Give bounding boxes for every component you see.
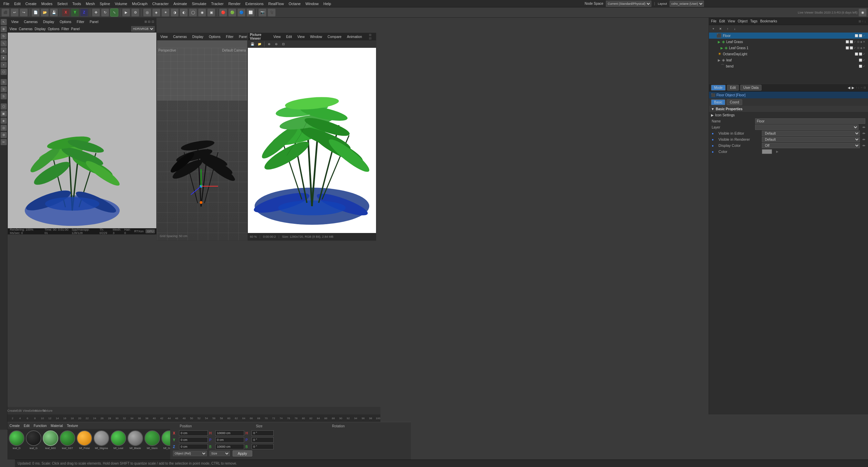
size-y-input[interactable] xyxy=(215,437,244,443)
menu-help[interactable]: Help xyxy=(321,1,333,6)
mat-texture[interactable]: Texture xyxy=(67,424,78,428)
tb-3[interactable]: ☀ xyxy=(161,8,170,17)
menu-render[interactable]: Render xyxy=(226,1,242,6)
mat-mf-leaf[interactable]: Mf_Leaf xyxy=(111,430,126,450)
axis-x-btn[interactable]: X xyxy=(62,8,70,17)
om-new[interactable]: + xyxy=(710,26,716,32)
tool-group1[interactable]: ▲ xyxy=(1,47,7,54)
camera-1[interactable]: 📷 xyxy=(258,8,267,17)
vc-cameras[interactable]: Cameras xyxy=(172,34,189,39)
axis-y-btn[interactable]: Y xyxy=(71,8,79,17)
pp-vis-editor-dropdown[interactable]: Default xyxy=(762,131,860,136)
tool-s2[interactable]: S xyxy=(1,86,7,92)
tool-s3[interactable]: S xyxy=(1,93,7,99)
tool-b3[interactable]: ◈ xyxy=(1,118,7,124)
mat-leaf-sst[interactable]: leaf_SST xyxy=(60,430,75,450)
pos-y-input[interactable] xyxy=(179,437,208,443)
vp-left-view-btn[interactable]: View xyxy=(9,27,17,31)
mat-leaf-g[interactable]: leaf_G xyxy=(26,430,41,450)
obj-octane-light[interactable]: ☀ OctaneDayLight ⬜ ⬜ ✓ xyxy=(709,51,868,57)
pp-coord-tab[interactable]: Coord xyxy=(727,99,742,105)
pv-view[interactable]: View xyxy=(272,34,282,39)
user-layout-dropdown[interactable]: csho_octane (User) xyxy=(670,1,704,7)
vp-left-display-btn[interactable]: Display xyxy=(35,27,46,31)
menu-character[interactable]: Character xyxy=(150,1,171,6)
om-up[interactable]: ↑ xyxy=(725,26,731,32)
pp-mode-tab[interactable]: Mode xyxy=(711,85,726,91)
coord-system-dropdown[interactable]: Object (Rel) xyxy=(173,451,207,456)
om-file-btn[interactable]: File xyxy=(711,19,716,23)
pp-name-input[interactable] xyxy=(755,118,865,124)
tb-8[interactable]: ▣ xyxy=(207,8,215,17)
om-object-btn[interactable]: Object xyxy=(738,19,748,23)
tool-group3[interactable]: ▪ xyxy=(1,62,7,68)
menu-window[interactable]: Window xyxy=(303,1,321,6)
vp-left-options-btn[interactable]: Options xyxy=(48,27,59,31)
pp-vis-render-dropdown[interactable]: Default xyxy=(762,137,860,142)
tb-9[interactable]: 🔴 xyxy=(219,8,227,17)
camera-2[interactable]: 🎥 xyxy=(268,8,276,17)
vp-left-options[interactable]: Options xyxy=(58,19,73,24)
pp-edit-tab[interactable]: Edit xyxy=(727,85,739,91)
om-down[interactable]: ↓ xyxy=(732,26,738,32)
vp-left-display[interactable]: Display xyxy=(42,19,56,24)
render-settings[interactable]: ⚙ xyxy=(131,8,139,17)
transport-edit[interactable]: Edit xyxy=(16,408,22,414)
pp-disp-color-icon[interactable]: ✏ xyxy=(863,144,865,148)
mat-stigma[interactable]: Mf_Stigma xyxy=(94,430,109,450)
vc-display[interactable]: Display xyxy=(191,34,205,39)
layout-dropdown[interactable]: Current (Standard/Physical) xyxy=(606,1,651,7)
pp-basic-tab[interactable]: Basic xyxy=(711,99,725,105)
tb-12[interactable]: ⬜ xyxy=(246,8,255,17)
mat-blade[interactable]: Mf_Blade xyxy=(127,430,143,450)
menu-edit[interactable]: Edit xyxy=(12,1,23,6)
tb-4[interactable]: ◑ xyxy=(171,8,179,17)
pp-layer-edit-icon[interactable]: ✏ xyxy=(863,125,865,129)
mat-stem[interactable]: Mf_Stem xyxy=(144,430,160,450)
tb-5[interactable]: ◐ xyxy=(180,8,188,17)
pos-x-input[interactable] xyxy=(179,430,208,436)
tool-group2[interactable]: ● xyxy=(1,55,7,61)
obj-floor[interactable]: ⬛ Floor ⬜ ⬜ ✓ xyxy=(709,33,868,39)
vc-view[interactable]: View xyxy=(159,34,169,39)
move-tool[interactable]: ✥ xyxy=(92,8,100,17)
tool-s1[interactable]: S xyxy=(1,79,7,85)
axis-z-btn[interactable]: Z xyxy=(80,8,88,17)
mat-edit[interactable]: Edit xyxy=(24,424,29,428)
obj-bend[interactable]: ⌒ bend ⬜ ✓ xyxy=(709,63,868,69)
size-x-input[interactable] xyxy=(215,430,244,436)
pos-z-input[interactable] xyxy=(179,444,208,449)
tool-select[interactable]: ↖ xyxy=(1,19,7,25)
toolbar-btn-2[interactable]: ↩ xyxy=(11,8,19,17)
pp-layer-dropdown[interactable] xyxy=(755,124,859,130)
tb-7[interactable]: ◉ xyxy=(198,8,206,17)
pp-nav-back[interactable]: ◀ xyxy=(848,86,850,90)
mat-material[interactable]: Material xyxy=(51,424,63,428)
viewport-left[interactable]: View Cameras Display Options Filter Pane… xyxy=(7,18,157,235)
transport-create[interactable]: Create xyxy=(9,408,15,414)
tool-b4[interactable]: ◎ xyxy=(1,125,7,131)
pp-nav-fwd[interactable]: ▶ xyxy=(852,86,854,90)
pp-disp-color-dropdown[interactable]: Off xyxy=(762,143,860,148)
vc-filter[interactable]: Filter xyxy=(224,34,235,39)
tb-6[interactable]: ◯ xyxy=(189,8,197,17)
pv-compare[interactable]: Compare xyxy=(326,34,343,39)
mat-function[interactable]: Function xyxy=(34,424,46,428)
pv-save[interactable]: 💾 xyxy=(249,41,255,47)
om-view-btn[interactable]: View xyxy=(728,19,735,23)
pp-vis-render-icon[interactable]: ✏ xyxy=(863,138,865,141)
pv-edit[interactable]: Edit xyxy=(285,34,293,39)
rot-y-input[interactable] xyxy=(252,437,274,443)
tool-scale[interactable]: ⤡ xyxy=(1,40,7,46)
mat-leaf-mix[interactable]: leaf_MIX xyxy=(43,430,58,450)
tool-b5[interactable]: ⚙ xyxy=(1,132,7,138)
toolbar-btn-1[interactable]: ⬛ xyxy=(1,8,9,17)
mat-petal[interactable]: Mf_Petal xyxy=(77,430,92,450)
tb-1[interactable]: ◎ xyxy=(143,8,151,17)
pp-vis-editor-icon[interactable]: ✏ xyxy=(863,132,865,135)
rot-z-input[interactable] xyxy=(252,444,274,449)
obj-leaf[interactable]: ▶ ◈ leaf ⬜ ✓ xyxy=(709,57,868,63)
tb-10[interactable]: 🟢 xyxy=(228,8,236,17)
menu-create[interactable]: Create xyxy=(23,1,39,6)
leaf-expand[interactable]: ▶ xyxy=(718,58,721,62)
